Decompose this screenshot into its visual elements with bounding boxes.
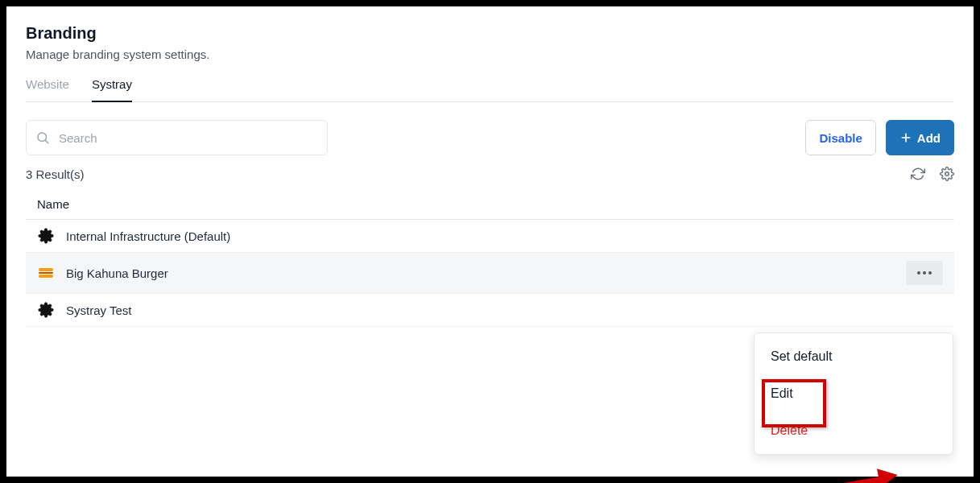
gear-icon [37, 302, 55, 318]
refresh-icon[interactable] [911, 167, 925, 181]
table-row[interactable]: Systray Test [26, 294, 954, 327]
svg-point-0 [38, 133, 47, 142]
search-icon [35, 130, 50, 145]
menu-delete[interactable]: Delete [755, 412, 953, 449]
search-input[interactable] [26, 120, 328, 155]
burger-icon [37, 265, 55, 281]
page-title: Branding [26, 24, 954, 43]
row-name: Big Kahuna Burger [66, 266, 168, 280]
svg-rect-8 [39, 275, 53, 278]
disable-button[interactable]: Disable [805, 120, 875, 155]
menu-set-default[interactable]: Set default [755, 338, 953, 375]
search-wrap [26, 120, 328, 155]
table-row[interactable]: Big Kahuna Burger [26, 253, 954, 294]
svg-line-1 [45, 140, 48, 142]
row-name: Systray Test [66, 303, 131, 317]
svg-rect-6 [39, 268, 53, 271]
row-name: Internal Infrastructure (Default) [66, 229, 230, 243]
plus-icon [899, 131, 912, 144]
tab-website[interactable]: Website [26, 77, 69, 102]
table-header-name: Name [26, 189, 954, 220]
gear-icon[interactable] [940, 167, 954, 181]
svg-point-4 [945, 172, 949, 176]
page-subtitle: Manage branding system settings. [26, 47, 954, 61]
table: Name Internal Infrastructure (Default) B… [26, 189, 954, 327]
gear-icon [37, 228, 55, 244]
menu-edit[interactable]: Edit [755, 375, 953, 412]
add-button[interactable]: Add [886, 120, 954, 155]
svg-rect-7 [39, 272, 53, 274]
add-button-label: Add [917, 131, 941, 145]
results-count: 3 Result(s) [26, 167, 85, 181]
tab-systray[interactable]: Systray [92, 77, 132, 102]
tabs: Website Systray [26, 77, 954, 102]
table-row[interactable]: Internal Infrastructure (Default) [26, 220, 954, 253]
row-context-menu: Set default Edit Delete [754, 332, 953, 455]
more-button[interactable] [906, 261, 943, 285]
